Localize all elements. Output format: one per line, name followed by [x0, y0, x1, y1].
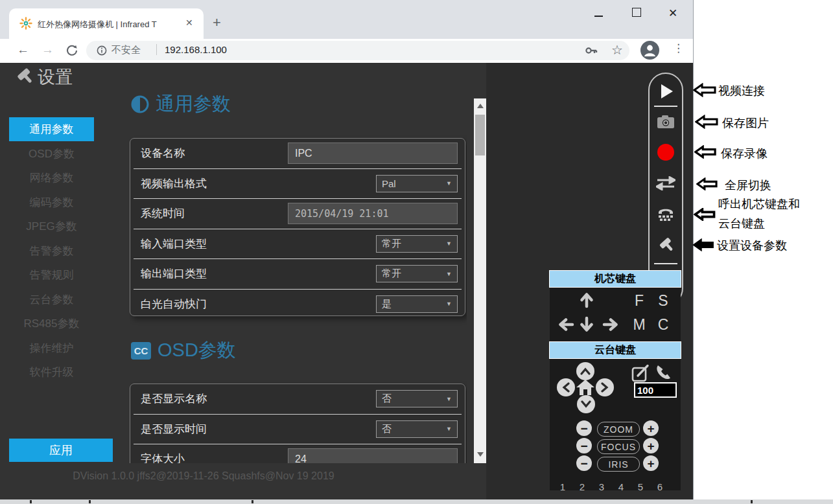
iris-plus-button[interactable]: +: [643, 455, 659, 471]
preset-6[interactable]: 6: [655, 481, 664, 492]
show-time-select[interactable]: 否 ▼: [376, 420, 458, 438]
core-down-icon[interactable]: [579, 316, 594, 333]
focus-label[interactable]: FOCUS: [597, 439, 640, 454]
sidebar-item-general[interactable]: 通用参数: [9, 117, 94, 141]
window-close-button[interactable]: ✕: [668, 6, 677, 20]
general-params-card: 设备名称 视频输出格式 Pal ▼ 系统时间 输入端口类型 常开 ▼: [130, 138, 465, 316]
system-time-input[interactable]: [288, 203, 458, 224]
browser-menu-icon[interactable]: ⋮: [673, 41, 684, 55]
ptz-left-button[interactable]: [557, 378, 575, 396]
favicon-icon: [19, 17, 32, 30]
core-key-m[interactable]: M: [632, 316, 646, 333]
keyboard-panel: 机芯键盘 F S M C 云台键盘: [550, 271, 681, 490]
bottom-edge: [0, 499, 833, 504]
apply-button[interactable]: 应用: [9, 439, 113, 462]
back-button[interactable]: ←: [17, 43, 29, 57]
zoom-minus-button[interactable]: −: [576, 420, 592, 436]
sidebar-item-maintenance[interactable]: 操作维护: [9, 336, 94, 360]
annotation-arrow-icon: [696, 178, 718, 190]
field-label: 设备名称: [134, 146, 185, 161]
edit-icon[interactable]: [631, 364, 650, 382]
call-keyboard-button[interactable]: [657, 206, 675, 222]
sidebar-item-alarm-rules[interactable]: 告警规则: [9, 263, 94, 287]
ptz-home-button[interactable]: [576, 378, 595, 396]
video-connect-button[interactable]: [661, 84, 673, 98]
video-format-select[interactable]: Pal ▼: [376, 175, 458, 192]
scrollbar-thumb[interactable]: [475, 115, 485, 155]
focus-plus-button[interactable]: +: [643, 438, 659, 453]
annotation-save-record: 保存录像: [721, 146, 768, 161]
annotation-call-keyboard-line2: 云台键盘: [718, 216, 765, 231]
annotation-arrow-icon: [694, 145, 716, 159]
fullscreen-toggle-button[interactable]: [656, 176, 675, 190]
preset-4[interactable]: 4: [616, 481, 626, 492]
form-row-video-format: 视频输出格式 Pal ▼: [134, 169, 462, 200]
call-icon[interactable]: [655, 364, 672, 381]
core-key-c[interactable]: C: [656, 316, 670, 333]
ptz-right-button[interactable]: [596, 378, 614, 396]
core-up-icon[interactable]: [579, 292, 594, 308]
profile-avatar[interactable]: [640, 41, 659, 60]
new-tab-button[interactable]: +: [213, 14, 221, 31]
annotation-arrow-icon: [693, 83, 716, 97]
page-title: 设置: [38, 65, 73, 89]
save-record-button[interactable]: [657, 144, 674, 161]
show-name-select[interactable]: 否 ▼: [376, 390, 458, 407]
forward-button[interactable]: →: [41, 43, 54, 57]
content-scrollbar[interactable]: [474, 98, 486, 463]
output-port-select[interactable]: 常开 ▼: [376, 265, 458, 282]
sidebar-item-ptz[interactable]: 云台参数: [9, 288, 94, 312]
ptz-keyboard-header: 云台键盘: [550, 342, 681, 358]
section-title: 通用参数: [156, 91, 231, 117]
font-size-input[interactable]: [288, 448, 458, 463]
field-label: 白光自动快门: [134, 297, 207, 312]
ptz-up-button[interactable]: [576, 362, 594, 380]
security-label: 不安全: [111, 44, 141, 56]
iris-label[interactable]: IRIS: [597, 457, 640, 472]
sidebar-item-network[interactable]: 网络参数: [9, 166, 94, 190]
bookmark-star-icon[interactable]: ☆: [611, 42, 623, 58]
window-maximize-button[interactable]: [632, 8, 641, 17]
core-right-icon[interactable]: [602, 317, 619, 332]
tab-close-icon[interactable]: ✕: [185, 17, 193, 28]
core-keyboard-header: 机芯键盘: [550, 271, 681, 287]
sidebar-item-alarm-params[interactable]: 告警参数: [9, 239, 94, 263]
sidebar-item-encode[interactable]: 编码参数: [9, 190, 94, 214]
input-port-select[interactable]: 常开 ▼: [376, 235, 458, 253]
sidebar-item-rs485[interactable]: RS485参数: [9, 312, 94, 336]
core-left-icon[interactable]: [557, 317, 574, 332]
sidebar-item-osd[interactable]: OSD参数: [9, 142, 94, 166]
reload-button[interactable]: [66, 45, 78, 56]
version-footer: DVision 1.0.0 jffs2@2019-11-26 Squashfs@…: [9, 470, 398, 482]
sidebar-item-jpeg[interactable]: JPEG参数: [9, 214, 94, 238]
key-icon[interactable]: [585, 45, 598, 56]
preset-5[interactable]: 5: [636, 481, 645, 492]
white-light-shutter-select[interactable]: 是 ▼: [376, 295, 458, 313]
zoom-label[interactable]: ZOOM: [597, 422, 640, 437]
sidebar-item-upgrade[interactable]: 软件升级: [9, 360, 94, 384]
preset-2[interactable]: 2: [578, 481, 587, 492]
scroll-up-icon[interactable]: [477, 104, 484, 108]
core-key-s[interactable]: S: [656, 292, 670, 309]
scroll-down-icon[interactable]: [477, 452, 484, 457]
preset-1[interactable]: 1: [558, 481, 567, 492]
form-row-show-time: 是否显示时间 否 ▼: [134, 415, 462, 445]
form-row-device-name: 设备名称: [134, 139, 462, 169]
preset-3[interactable]: 3: [597, 481, 606, 492]
device-settings-button[interactable]: [657, 236, 675, 254]
form-row-system-time: 系统时间: [134, 199, 462, 229]
save-picture-button[interactable]: [657, 115, 675, 129]
ptz-down-button[interactable]: [577, 395, 595, 413]
zoom-plus-button[interactable]: +: [643, 420, 659, 436]
url-text[interactable]: 192.168.1.100: [165, 44, 227, 55]
core-key-f[interactable]: F: [632, 292, 646, 309]
iris-minus-button[interactable]: −: [576, 455, 592, 471]
browser-tab[interactable]: 红外热像网络摄像机 | Infrared T ✕: [9, 8, 204, 39]
chevron-down-icon: ▼: [446, 396, 452, 402]
ptz-address-input[interactable]: [634, 382, 677, 398]
device-name-input[interactable]: [288, 143, 458, 164]
window-minimize-button[interactable]: [594, 16, 603, 17]
omnibox-divider: [156, 44, 157, 55]
info-icon[interactable]: [97, 45, 107, 56]
focus-minus-button[interactable]: −: [576, 438, 592, 453]
